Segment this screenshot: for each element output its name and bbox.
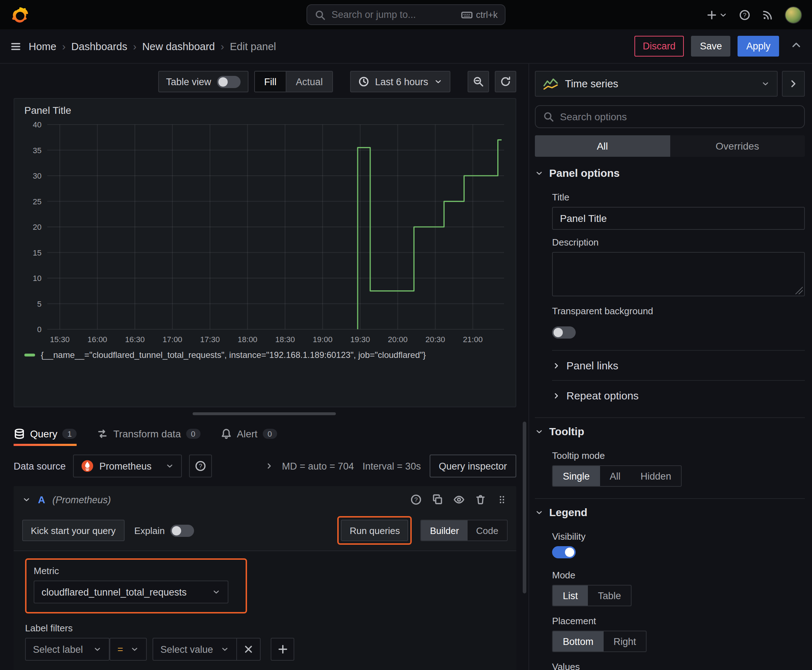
tooltip-mode-all[interactable]: All <box>600 466 631 486</box>
tab-query[interactable]: Query 1 <box>14 421 77 446</box>
chevron-down-icon <box>165 462 174 470</box>
database-icon <box>14 428 25 440</box>
search-placeholder: Search or jump to... <box>332 9 455 20</box>
resize-handle-icon[interactable] <box>795 286 803 294</box>
tooltip-header[interactable]: Tooltip <box>535 418 805 443</box>
chevron-down-icon <box>131 645 139 653</box>
explain-toggle[interactable] <box>170 524 194 536</box>
metric-select[interactable]: cloudflared_tunnel_total_requests <box>34 580 229 604</box>
top-nav: Search or jump to... ctrl+k ? <box>0 0 812 29</box>
remove-filter-button[interactable] <box>237 638 261 661</box>
legend-placement-bottom[interactable]: Bottom <box>553 631 603 651</box>
breadcrumb-dashboards[interactable]: Dashboards <box>71 41 127 52</box>
time-range-label: Last 6 hours <box>375 76 428 87</box>
help-icon: ? <box>739 9 751 20</box>
chevron-down-icon <box>93 645 102 653</box>
panel-links-section[interactable]: Panel links <box>552 350 805 380</box>
select-label-dropdown[interactable]: Select label <box>25 638 110 661</box>
zoom-out-button[interactable] <box>468 71 489 92</box>
panel-resize-handle[interactable] <box>193 412 336 415</box>
svg-text:17:30: 17:30 <box>200 335 220 344</box>
visualization-picker[interactable]: Time series <box>535 71 778 96</box>
chevron-down-icon <box>535 427 544 436</box>
legend-series-marker[interactable] <box>24 354 35 357</box>
options-search[interactable] <box>535 105 805 128</box>
actual-option[interactable]: Actual <box>286 71 332 91</box>
query-builder-body: Metric cloudflared_tunnel_total_requests… <box>14 550 516 670</box>
tab-overrides[interactable]: Overrides <box>670 135 805 157</box>
legend-series-label[interactable]: {__name__="cloudflared_tunnel_total_requ… <box>41 350 425 360</box>
search-icon <box>314 9 326 20</box>
title-label: Title <box>552 192 805 203</box>
news-button[interactable] <box>762 9 773 20</box>
query-row-header: A (Prometheus) ? <box>14 486 516 513</box>
options-search-input[interactable] <box>560 111 797 122</box>
save-button[interactable]: Save <box>692 36 731 57</box>
datasource-picker[interactable]: Prometheus <box>73 455 182 477</box>
breadcrumb-home[interactable]: Home <box>29 41 56 52</box>
tab-query-label: Query <box>30 428 57 440</box>
description-textarea[interactable] <box>552 252 805 296</box>
new-menu-button[interactable] <box>706 9 727 20</box>
duplicate-query-icon[interactable] <box>432 494 443 505</box>
delete-query-icon[interactable] <box>475 494 486 505</box>
svg-text:0: 0 <box>37 325 42 334</box>
time-range-picker[interactable]: Last 6 hours <box>350 71 450 92</box>
time-series-chart[interactable]: 051015202530354015:3016:0016:3017:0017:3… <box>23 119 509 349</box>
table-view-toggle[interactable] <box>217 76 241 88</box>
fill-actual-group: Fill Actual <box>254 71 333 92</box>
run-queries-highlight: Run queries <box>337 516 412 545</box>
chevron-up-icon <box>790 39 802 51</box>
legend-mode-table[interactable]: Table <box>588 585 631 606</box>
run-queries-button[interactable]: Run queries <box>341 520 409 541</box>
svg-text:17:00: 17:00 <box>163 335 182 344</box>
query-help-icon[interactable]: ? <box>410 494 422 505</box>
add-filter-button[interactable] <box>271 638 294 661</box>
chevron-right-icon[interactable] <box>264 462 273 470</box>
tooltip-mode-hidden[interactable]: Hidden <box>631 466 681 486</box>
scrollbar-thumb[interactable] <box>523 421 526 594</box>
visualization-name: Time series <box>565 78 618 90</box>
panel-title-input[interactable] <box>552 207 805 230</box>
breadcrumb-new-dashboard[interactable]: New dashboard <box>142 41 215 52</box>
repeat-options-section[interactable]: Repeat options <box>552 380 805 410</box>
code-option[interactable]: Code <box>468 520 507 540</box>
toggle-viz-picker-button[interactable] <box>782 71 805 96</box>
legend-header[interactable]: Legend <box>535 499 805 524</box>
search-icon <box>543 111 554 122</box>
transparent-background-toggle[interactable] <box>552 327 576 338</box>
user-avatar[interactable] <box>785 6 802 23</box>
legend-visibility-toggle[interactable] <box>552 546 576 558</box>
drag-handle-icon[interactable] <box>496 494 508 505</box>
tab-transform-data[interactable]: Transform data 0 <box>97 421 200 446</box>
query-datasource-hint: (Prometheus) <box>52 494 111 505</box>
select-value-dropdown[interactable]: Select value <box>153 638 237 661</box>
legend-placement-right[interactable]: Right <box>603 631 646 651</box>
fill-option[interactable]: Fill <box>255 71 286 91</box>
kick-start-query-button[interactable]: Kick start your query <box>22 520 124 541</box>
discard-button[interactable]: Discard <box>634 36 684 57</box>
operator-dropdown[interactable]: = <box>110 638 147 661</box>
datasource-help-button[interactable]: ? <box>189 455 212 477</box>
chevron-down-icon[interactable] <box>22 495 31 504</box>
tab-all[interactable]: All <box>535 135 670 157</box>
panel-options-header[interactable]: Panel options <box>535 157 805 185</box>
help-button[interactable]: ? <box>739 9 751 20</box>
apply-button[interactable]: Apply <box>737 36 779 57</box>
query-inspector-button[interactable]: Query inspector <box>429 455 516 477</box>
tab-alert[interactable]: Alert 0 <box>220 421 277 446</box>
legend-placement-group: Bottom Right <box>552 631 647 652</box>
collapse-options-button[interactable] <box>790 39 802 53</box>
svg-text:30: 30 <box>33 171 42 180</box>
legend-mode-list[interactable]: List <box>553 585 588 606</box>
metric-label: Metric <box>34 565 229 576</box>
visibility-label: Visibility <box>552 531 805 542</box>
global-search-input[interactable]: Search or jump to... ctrl+k <box>307 4 505 25</box>
tooltip-mode-single[interactable]: Single <box>553 466 600 486</box>
grafana-logo-icon[interactable] <box>10 5 30 25</box>
builder-option[interactable]: Builder <box>421 520 468 540</box>
menu-icon[interactable] <box>10 41 22 52</box>
refresh-button[interactable] <box>495 71 516 92</box>
toggle-visibility-icon[interactable] <box>453 494 465 505</box>
chevron-down-icon <box>212 588 220 596</box>
